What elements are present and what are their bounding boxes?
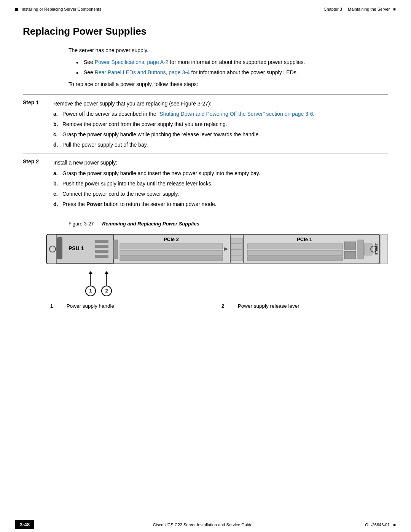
svg-text:PCIe 1: PCIe 1 bbox=[297, 236, 312, 242]
callout-area: 1 2 bbox=[46, 271, 396, 296]
step-2-label: Step 2 bbox=[23, 158, 53, 165]
footer-center-text: Cisco UCS C22 Server Installation and Se… bbox=[153, 522, 253, 527]
link-rear-panel[interactable]: Rear Panel LEDs and Buttons, page 3-4 bbox=[95, 69, 190, 75]
intro-text2: To replace or install a power supply, fo… bbox=[68, 80, 388, 88]
svg-marker-34 bbox=[88, 271, 93, 274]
svg-rect-25 bbox=[247, 257, 342, 260]
page-title: Replacing Power Supplies bbox=[23, 26, 388, 37]
svg-rect-26 bbox=[344, 242, 356, 249]
step-1d: d. Pull the power supply out of the bay. bbox=[53, 141, 388, 149]
main-content: Replacing Power Supplies The server has … bbox=[0, 14, 411, 343]
figure-number: Figure 3-27 bbox=[68, 221, 94, 227]
svg-rect-3 bbox=[57, 237, 62, 259]
server-diagram: PSU 1 PCIe 2 bbox=[46, 230, 388, 268]
footer-doc-number: OL-26646-01 bbox=[365, 522, 390, 527]
step-2b-label: b. bbox=[53, 180, 62, 188]
step-2d: d. Press the Power button to return the … bbox=[53, 200, 388, 208]
steps-container: Step 1 Remove the power supply that you … bbox=[23, 94, 388, 213]
step-1-label: Step 1 bbox=[23, 99, 53, 105]
header-chapter: Chapter 3 bbox=[324, 7, 342, 11]
svg-rect-31 bbox=[381, 234, 387, 264]
step-2-text: Install a new power supply: bbox=[53, 160, 117, 166]
step-2c-text: Connect the power cord to the new power … bbox=[62, 190, 388, 198]
step-1c-text: Grasp the power supply handle while pinc… bbox=[62, 131, 388, 139]
figure-container: Figure 3-27 Removing and Replacing Power… bbox=[23, 221, 388, 312]
header-left: Installing or Replacing Server Component… bbox=[15, 7, 101, 11]
link-shutting-down[interactable]: "Shutting Down and Powering Off the Serv… bbox=[158, 111, 313, 117]
svg-text:PSU 1: PSU 1 bbox=[68, 245, 84, 251]
step-1a: a. Power off the server as described in … bbox=[53, 110, 388, 118]
step-1-text: Remove the power supply that you are rep… bbox=[53, 101, 212, 107]
header-right: Chapter 3 Maintaining the Server ■ bbox=[324, 7, 396, 11]
svg-rect-7 bbox=[95, 250, 108, 253]
step-2a-text: Grasp the power supply handle and insert… bbox=[62, 169, 388, 177]
svg-rect-2 bbox=[56, 235, 113, 263]
footer-left: 3-48 bbox=[15, 520, 40, 529]
step-1c: c. Grasp the power supply handle while p… bbox=[53, 131, 388, 139]
step-1-substeps: a. Power off the server as described in … bbox=[53, 110, 388, 149]
step-2-content: Install a new power supply: a. Grasp the… bbox=[53, 158, 388, 210]
link-power-specs[interactable]: Power Specifications, page A-2 bbox=[95, 59, 169, 65]
diagram-wrapper: PSU 1 PCIe 2 bbox=[46, 230, 396, 296]
step-2c-label: c. bbox=[53, 190, 62, 198]
svg-text:285215: 285215 bbox=[374, 243, 378, 255]
page-footer: 3-48 Cisco UCS C22 Server Installation a… bbox=[0, 517, 411, 532]
svg-rect-27 bbox=[344, 251, 356, 259]
page-header: Installing or Replacing Server Component… bbox=[0, 0, 411, 14]
step-1b: b. Remove the power cord from the power … bbox=[53, 120, 388, 128]
bullet2-rest: for information about the power supply L… bbox=[190, 69, 298, 75]
step-2b: b. Push the power supply into the bay un… bbox=[53, 180, 388, 188]
step-2b-text: Push the power supply into the bay until… bbox=[62, 180, 388, 188]
step-1-content: Remove the power supply that you are rep… bbox=[53, 99, 388, 151]
intro-text1: The server has one power supply. bbox=[68, 46, 388, 54]
step-1b-label: b. bbox=[53, 120, 62, 128]
svg-rect-23 bbox=[247, 244, 342, 249]
svg-rect-6 bbox=[95, 245, 108, 248]
svg-rect-13 bbox=[120, 250, 223, 256]
step-2c: c. Connect the power cord to the new pow… bbox=[53, 190, 388, 198]
bullet1-text: See bbox=[84, 59, 95, 65]
legend-table: 1 Power supply handle 2 Power supply rel… bbox=[46, 300, 388, 312]
legend-2-text: Power supply release lever bbox=[233, 300, 388, 312]
step-1b-text: Remove the power cord from the power sup… bbox=[62, 120, 388, 128]
svg-rect-5 bbox=[95, 240, 108, 243]
header-marker-icon bbox=[15, 8, 18, 11]
legend-2-num: 2 bbox=[217, 300, 233, 312]
step-2d-label: d. bbox=[53, 200, 62, 208]
figure-title: Removing and Replacing Power Supplies bbox=[102, 221, 199, 227]
step-2a-label: a. bbox=[53, 169, 62, 177]
step-2-row: Step 2 Install a new power supply: a. Gr… bbox=[23, 154, 388, 213]
bullet-item-2: See Rear Panel LEDs and Buttons, page 3-… bbox=[76, 69, 388, 77]
step-1a-text: Power off the server as described in the… bbox=[62, 110, 388, 118]
header-title: Maintaining the Server bbox=[348, 7, 390, 11]
bullet-item-1: See Power Specifications, page A-2 for m… bbox=[76, 58, 388, 66]
step-1a-label: a. bbox=[53, 110, 62, 118]
bullet2-text: See bbox=[84, 69, 95, 75]
step-1d-text: Pull the power supply out of the bay. bbox=[62, 141, 388, 149]
callout-2: 2 bbox=[101, 286, 112, 296]
footer-right-marker: ■ bbox=[393, 522, 396, 527]
step-2d-text: Press the Power button to return the ser… bbox=[62, 200, 388, 208]
bullet1-rest: for more information about the supported… bbox=[169, 59, 305, 65]
svg-rect-14 bbox=[120, 257, 223, 260]
svg-text:PCIe 2: PCIe 2 bbox=[164, 236, 179, 242]
step-1d-label: d. bbox=[53, 141, 62, 149]
step-2-substeps: a. Grasp the power supply handle and ins… bbox=[53, 169, 388, 208]
svg-rect-28 bbox=[358, 240, 363, 259]
legend-1-num: 1 bbox=[46, 300, 62, 312]
svg-rect-24 bbox=[247, 250, 342, 256]
svg-marker-36 bbox=[104, 271, 109, 274]
step-1-row: Step 1 Remove the power supply that you … bbox=[23, 95, 388, 154]
callout-lines bbox=[46, 271, 388, 296]
header-right-marker: ■ bbox=[393, 7, 396, 11]
legend-1-text: Power supply handle bbox=[62, 300, 217, 312]
callout-1: 1 bbox=[85, 286, 96, 296]
svg-rect-8 bbox=[95, 255, 108, 258]
step-2a: a. Grasp the power supply handle and ins… bbox=[53, 169, 388, 177]
intro-bullets: See Power Specifications, page A-2 for m… bbox=[76, 58, 388, 77]
header-section-title: Installing or Replacing Server Component… bbox=[22, 7, 101, 11]
figure-caption: Figure 3-27 Removing and Replacing Power… bbox=[68, 221, 388, 227]
footer-right: OL-26646-01 ■ bbox=[365, 522, 396, 527]
svg-rect-10 bbox=[113, 240, 118, 259]
step-1c-label: c. bbox=[53, 131, 62, 139]
